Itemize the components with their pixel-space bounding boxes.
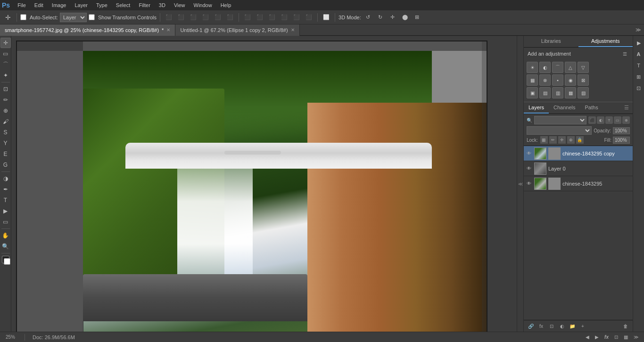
tab-2-close[interactable]: ✕ (291, 27, 295, 33)
lasso-tool[interactable]: ⌒ (0, 59, 11, 70)
filter-smart-icon[interactable]: ⊕ (622, 116, 630, 124)
layer-item-3[interactable]: 👁 chinese-1843295 (524, 176, 633, 191)
lock-position-icon[interactable]: ✛ (558, 136, 566, 144)
status-right-arrow[interactable]: ▶ (593, 334, 601, 340)
menu-help[interactable]: Help (217, 1, 235, 9)
distribute-top-btn[interactable]: ⬛ (291, 12, 302, 23)
tab-libraries[interactable]: Libraries (524, 36, 578, 47)
type-tool[interactable]: T (0, 195, 11, 205)
hsl-adj[interactable]: ▦ (527, 74, 538, 86)
history-brush-tool[interactable]: Y (0, 138, 11, 148)
layer-kind-select[interactable]: Kind (534, 116, 586, 124)
layers-panel-menu[interactable]: ☰ (620, 102, 633, 114)
align-middle-btn[interactable]: ⬛ (213, 12, 223, 23)
align-bottom-btn[interactable]: ⬛ (225, 12, 235, 23)
clone-stamp-tool[interactable]: S (0, 127, 11, 138)
crop-tool[interactable]: ⊡ (0, 84, 11, 94)
eyedropper-tool[interactable]: ✏ (0, 95, 11, 105)
zoom-tool[interactable]: 🔍 (0, 241, 11, 252)
align-top-btn[interactable]: ⬛ (200, 12, 211, 23)
filter-adj-icon[interactable]: ◐ (597, 116, 604, 124)
tab-2[interactable]: Untitled-1 @ 67.2% (Ellipse 1 copy 2, RG… (175, 24, 299, 36)
layers-fx-btn[interactable]: fx (537, 322, 545, 330)
layer-1-visibility[interactable]: 👁 (526, 150, 532, 157)
photofilter-adj[interactable]: ◉ (565, 74, 576, 86)
lock-all-icon[interactable]: 🔒 (576, 136, 584, 144)
status-channels-btn[interactable]: ▦ (622, 334, 630, 340)
dodge-tool[interactable]: ◑ (0, 173, 11, 184)
lock-artboards-icon[interactable]: ⊕ (567, 136, 575, 144)
channelmixer-adj[interactable]: ⊠ (578, 74, 589, 86)
layer-2-visibility[interactable]: 👁 (526, 165, 532, 172)
menu-layer[interactable]: Layer (71, 1, 91, 9)
eraser-tool[interactable]: E (0, 149, 11, 159)
side-a-icon[interactable]: A (634, 49, 644, 59)
path-select-tool[interactable]: ▶ (0, 206, 11, 216)
levels-adj[interactable]: ◐ (539, 62, 551, 73)
fx-button[interactable]: fx (603, 334, 611, 340)
shape-tool[interactable]: ▭ (0, 217, 11, 227)
exposure-adj[interactable]: △ (565, 62, 576, 73)
posterize-adj[interactable]: ▥ (552, 87, 563, 98)
auto-select-checkbox[interactable] (20, 14, 26, 20)
3d-scale-btn[interactable]: ⊞ (412, 12, 422, 23)
3d-slide-btn[interactable]: ⬤ (400, 12, 410, 23)
pen-tool[interactable]: ✒ (0, 184, 11, 195)
colorlookup-adj[interactable]: ▣ (527, 87, 538, 98)
gradientmap-adj[interactable]: ▧ (578, 87, 589, 98)
vibrance-adj[interactable]: ▽ (578, 62, 589, 73)
show-transform-checkbox[interactable] (89, 14, 95, 20)
canvas-area[interactable] (11, 36, 517, 332)
threshold-adj[interactable]: ▦ (565, 87, 576, 98)
auto-select-dropdown[interactable]: Layer Group (60, 13, 87, 22)
filter-type-icon[interactable]: T (605, 116, 613, 124)
status-expand-btn[interactable]: ≫ (632, 334, 640, 340)
menu-view[interactable]: View (170, 1, 189, 9)
healing-tool[interactable]: ⊕ (0, 106, 11, 116)
distribute-v-btn[interactable]: ⬛ (255, 12, 265, 23)
side-grid-icon[interactable]: ⊞ (634, 72, 644, 82)
align-left-btn[interactable]: ⬛ (164, 12, 174, 23)
zoom-level[interactable]: 25% (4, 334, 17, 340)
side-panel-icon[interactable]: ⊡ (634, 83, 644, 93)
lock-pixels-icon[interactable]: ✏ (549, 136, 557, 144)
fill-value[interactable]: 100% (613, 137, 630, 144)
gradient-tool[interactable]: G (0, 160, 11, 170)
background-color[interactable] (4, 258, 10, 265)
layers-mask-btn[interactable]: ⊡ (547, 322, 556, 330)
canvas-frame[interactable] (16, 41, 487, 332)
menu-edit[interactable]: Edit (31, 1, 47, 9)
tab-channels[interactable]: Channels (549, 102, 580, 114)
bw-adj[interactable]: ▪ (552, 74, 563, 86)
invert-adj[interactable]: ▤ (539, 87, 551, 98)
brush-tool[interactable]: 🖌 (0, 116, 11, 127)
marquee-tool[interactable]: ▭ (0, 49, 11, 59)
3d-roll-btn[interactable]: ↻ (375, 12, 386, 23)
status-mask-btn[interactable]: ⊡ (612, 334, 620, 340)
layers-new-btn[interactable]: + (578, 322, 587, 330)
curves-adj[interactable]: ⌒ (552, 62, 563, 73)
layers-delete-btn[interactable]: 🗑 (621, 322, 630, 330)
magic-wand-tool[interactable]: ✦ (0, 70, 11, 81)
menu-filter[interactable]: Filter (135, 1, 154, 9)
status-left-arrow[interactable]: ◀ (584, 334, 591, 340)
move-tool[interactable]: ✛ (0, 38, 11, 48)
tab-layers[interactable]: Layers (524, 102, 549, 114)
menu-select[interactable]: Select (112, 1, 134, 9)
side-play-icon[interactable]: ▶ (634, 38, 644, 48)
opacity-value[interactable]: 100% (613, 127, 630, 134)
distribute-h-btn[interactable]: ⬛ (242, 12, 253, 23)
colorbalance-adj[interactable]: ⊗ (539, 74, 551, 86)
align-right-btn[interactable]: ⬛ (188, 12, 198, 23)
3d-rotate-btn[interactable]: ↺ (363, 12, 373, 23)
filter-shape-icon[interactable]: ▭ (614, 116, 621, 124)
auto-align-btn[interactable]: ⬜ (321, 12, 331, 23)
panel-toggle[interactable]: ≪ (517, 36, 523, 332)
hand-tool[interactable]: ✋ (0, 230, 11, 241)
blend-mode-select[interactable]: Normal (527, 126, 592, 135)
distribute-right-btn[interactable]: ⬛ (279, 12, 289, 23)
tab-paths[interactable]: Paths (580, 102, 603, 114)
layers-adj-btn[interactable]: ◐ (558, 322, 566, 330)
menu-window[interactable]: Window (190, 1, 216, 9)
tab-adjustments[interactable]: Adjustments (578, 36, 633, 47)
